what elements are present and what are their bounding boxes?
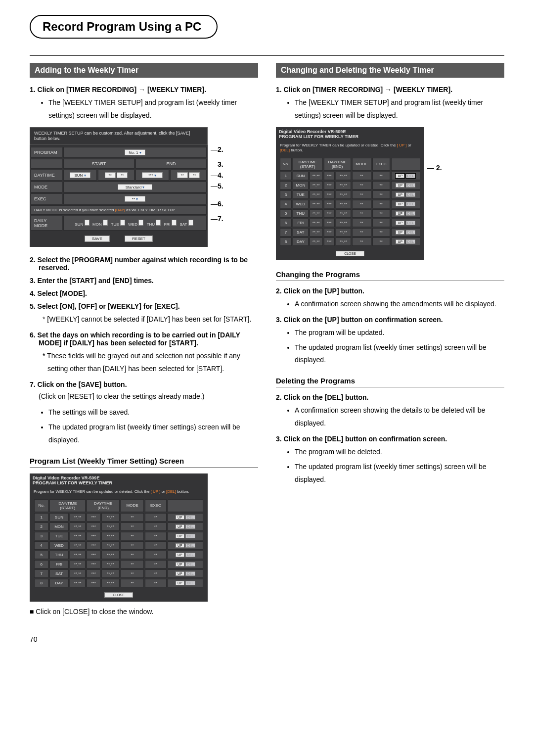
del-button[interactable]: DEL [185,534,195,538]
proglist-close-row-r: CLOSE [276,251,424,256]
proglist-callout: 2. [427,127,442,172]
table-row: 8DAY**.*******.******UP DEL [280,237,420,246]
left-step-7-b1: The settings will be saved. [48,406,258,419]
up-button[interactable]: UP [176,581,184,585]
rt1: Program for WEEKLY TIMER can be updated … [280,143,397,147]
del-button[interactable]: DEL [406,192,416,197]
setup-note: DAILY MODE is selected if you have selec… [31,205,207,215]
proglist-close-button-r[interactable]: CLOSE [336,251,364,256]
del-button[interactable]: DEL [185,543,195,548]
up-button[interactable]: UP [176,562,184,567]
left-step-7-b2: The updated program list (weekly timer s… [48,421,258,447]
table-row: 4WED**.*******.******UP DEL [280,200,420,208]
up-button[interactable]: UP [176,524,184,529]
del-button[interactable]: DEL [185,515,195,520]
chk-tue[interactable] [120,220,125,226]
del-button[interactable]: DEL [406,221,416,225]
setup-program-label: PROGRAM [31,147,62,158]
page-title-box: Record Program Using a PC [30,15,218,39]
change-step-2-b1: A confirmation screen showing the amendm… [295,298,504,311]
up-button[interactable]: UP [396,202,404,206]
change-step-3-b: The program will be updated. The updated… [295,327,504,367]
del-button[interactable]: DEL [406,183,416,188]
setup-day-select[interactable]: SUN [70,172,90,178]
del-button[interactable]: DEL [185,553,195,557]
up-button[interactable]: UP [396,183,404,188]
up-button[interactable]: UP [176,553,184,557]
del-button[interactable]: DEL [406,211,416,216]
table-row: 7SAT**.*******.******UP DEL [280,228,420,236]
del-button[interactable]: DEL [185,581,195,585]
del-button[interactable]: DEL [406,174,416,178]
callout-6: 6. [211,200,223,207]
change-step-3-b2: The updated program list (weekly timer s… [295,341,504,367]
table-row: 2MON**.*******.******UP DEL [34,522,203,531]
up-button[interactable]: UP [396,192,404,197]
up-button[interactable]: UP [176,543,184,548]
proglist-figure-right: Digital Video Recorder VR-509E PROGRAM L… [276,127,504,260]
chk-fri[interactable] [172,220,177,226]
chk-wed[interactable] [138,220,143,226]
setup-start-day: SUN [63,170,97,181]
up-button[interactable]: UP [396,211,404,216]
up-button[interactable]: UP [396,239,404,244]
chk-thu[interactable] [156,220,161,226]
table-row: 6FRI**.*******.******UP DEL [34,560,203,568]
delete-step-2: 2. Click on the [DEL] button. [276,393,504,401]
change-step-3-b1: The program will be updated. [295,327,504,339]
up-button[interactable]: UP [396,174,404,178]
setup-start-time: ** ** [98,170,134,181]
chk-mon[interactable] [103,220,108,226]
setup-end-h[interactable]: ** [177,172,188,178]
left-step-5: 5. Select [ON], [OFF] or [WEEKLY] for [E… [30,302,258,310]
left-step-6: 6. Set the days on which recording is to… [30,331,258,347]
setup-dailymode-days: SUN MON TUE WED THU FRI SAT [63,216,207,231]
callout-r2: 2. [427,164,442,172]
setup-program-select[interactable]: No. 1 [125,149,145,155]
chk-sun[interactable] [85,220,89,226]
del-button[interactable]: DEL [406,239,416,244]
change-step-2: 2. Click on the [UP] button. [276,287,504,295]
up-button[interactable]: UP [396,221,404,225]
proglist-close-button[interactable]: CLOSE [104,592,133,598]
blank [31,159,62,169]
del-button[interactable]: DEL [406,202,416,206]
setup-start-m[interactable]: ** [117,172,128,178]
proglist-screenshot-left: Digital Video Recorder VR-509E PROGRAM L… [30,473,208,602]
setup-dailymode-label: DAILY MODE [31,216,62,231]
delete-step-3-b2: The updated program list (weekly timer s… [295,461,504,486]
del-button[interactable]: DEL [185,571,195,576]
setup-save-button[interactable]: SAVE [85,236,110,242]
proglist-table-right: No. DAY/TIME (START) DAY/TIME (END) MODE… [279,157,421,247]
left-step-3: 3. Enter the [START] and [END] times. [30,277,258,284]
left-step-1-bullets: The [WEEKLY TIMER SETUP] and program lis… [48,96,258,122]
up-button[interactable]: UP [176,534,184,538]
right-section-bar: Changing and Deleting the Weekly Timer [276,63,504,78]
left-step-7-para: (Click on [RESET] to clear the settings … [39,390,258,403]
del-button[interactable]: DEL [185,524,195,529]
setup-end-m[interactable]: ** [189,172,200,178]
del-button[interactable]: DEL [185,562,195,567]
table-row: 5THU**.*******.******UP DEL [34,551,203,559]
table-row: 4WED**.*******.******UP DEL [34,541,203,550]
rt2: [ UP ] [397,143,407,147]
up-button[interactable]: UP [176,515,184,520]
setup-exec-select[interactable]: ** [125,196,145,202]
del-button[interactable]: DEL [406,230,416,235]
right-step-1-bullets: The [WEEKLY TIMER SETUP] and program lis… [295,96,504,122]
setup-endday-select[interactable]: *** [142,172,163,178]
rh-mode: MODE [352,158,371,171]
rh-start: DAY/TIME (START) [293,158,323,171]
setup-mode-select[interactable]: Standard [118,184,152,190]
setup-reset-button[interactable]: RESET [125,236,153,242]
proglist-device: Digital Video Recorder VR-509E [30,473,208,480]
proglist-device-r: Digital Video Recorder VR-509E [276,127,424,134]
proglist-figure-left: Digital Video Recorder VR-509E PROGRAM L… [30,473,258,602]
up-button[interactable]: UP [176,571,184,576]
up-button[interactable]: UP [396,230,404,235]
h-start: DAY/TIME (START) [49,499,86,512]
setup-buttons: SAVE RESET [30,232,208,247]
setup-start-h[interactable]: ** [105,172,116,178]
setup-exec-label: EXEC [31,193,62,204]
chk-sat[interactable] [188,220,193,226]
